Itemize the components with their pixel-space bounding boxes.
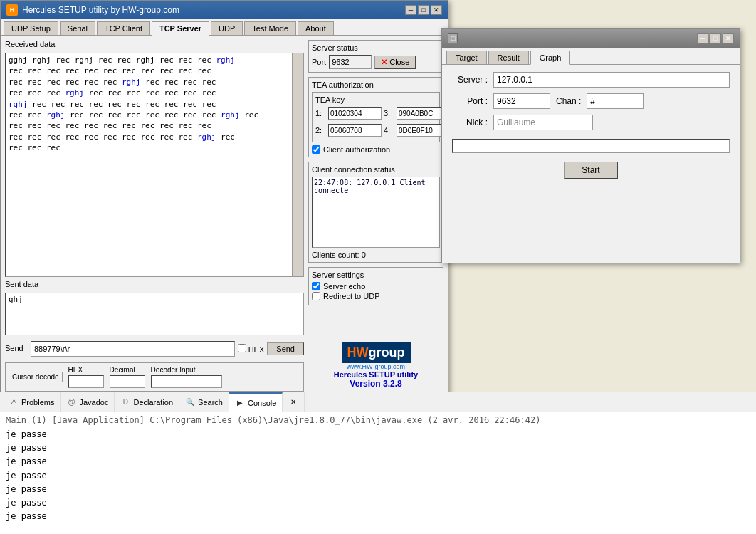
hercules-window: H Hercules SETUP utility by HW-group.com…: [0, 0, 448, 399]
decimal-label: Decimal: [110, 366, 145, 374]
tab-tcp-client[interactable]: TCP Client: [97, 21, 150, 35]
server-echo-checkbox[interactable]: [312, 282, 320, 290]
eclipse-tab-close[interactable]: ✕: [283, 392, 305, 412]
tab-tcp-server[interactable]: TCP Server: [152, 21, 209, 36]
server-status-legend: Server status: [312, 43, 440, 52]
eclipse-tab-search[interactable]: 🔍 Search: [179, 392, 229, 412]
search-label: Search: [198, 398, 223, 407]
close-label: Close: [389, 58, 409, 66]
tab-test-mode[interactable]: Test Mode: [244, 21, 296, 35]
irc-tab-result[interactable]: Result: [488, 51, 529, 64]
redirect-udp-label: Redirect to UDP: [323, 292, 379, 300]
irc-minimize-button[interactable]: ─: [697, 33, 708, 43]
client-auth-checkbox[interactable]: [312, 145, 320, 154]
conn-item-0: 22:47:08: 127.0.0.1 Client connecte: [314, 179, 438, 194]
irc-maximize-button[interactable]: □: [710, 33, 721, 43]
console-line-6: je passe: [6, 510, 750, 523]
server-settings-legend: Server settings: [312, 271, 440, 279]
send-input[interactable]: [31, 341, 235, 357]
progress-bar: [452, 139, 730, 153]
server-port-input[interactable]: [329, 55, 372, 69]
redirect-udp-checkbox[interactable]: [312, 292, 320, 300]
eclipse-tabs-bar: ⚠ Problems @ Javadoc D Declaration 🔍 Sea…: [0, 392, 756, 412]
nick-label: Nick :: [452, 117, 488, 127]
server-field-label: Server :: [452, 75, 488, 85]
irc-content: Server : Port : Chan : Nick : Start: [442, 65, 740, 186]
eclipse-tab-declaration[interactable]: D Declaration: [115, 392, 179, 412]
start-button[interactable]: Start: [564, 162, 617, 179]
console-line-5: je passe: [6, 496, 750, 510]
server-settings-box: Server settings Server echo Redirect to …: [308, 267, 443, 305]
hwgroup-website: www.HW-group.com: [311, 363, 441, 370]
port-field-label: Port :: [452, 96, 488, 106]
tea-authorization-box: TEA authorization TEA key 1: 3: 2: [308, 77, 443, 157]
send-button[interactable]: Send: [267, 342, 304, 355]
eclipse-tab-javadoc[interactable]: @ Javadoc: [61, 392, 115, 412]
close-server-button[interactable]: ✕ Close: [374, 56, 416, 69]
tea-key-2-num: 2:: [315, 126, 325, 135]
close-tab-icon: ✕: [288, 397, 298, 407]
tea-key-2-row: 2:: [315, 124, 382, 137]
eclipse-tab-console[interactable]: ▶ Console: [229, 392, 283, 412]
irc-close-button[interactable]: ✕: [723, 33, 734, 43]
sent-data-label: Sent data: [5, 280, 304, 288]
search-icon: 🔍: [185, 397, 195, 407]
received-data-scrollbar[interactable]: [292, 53, 303, 276]
tab-udp[interactable]: UDP: [211, 21, 243, 35]
sent-data-area[interactable]: ghj: [5, 293, 304, 335]
received-data-label: Received data: [5, 40, 304, 48]
tea-key-2-input[interactable]: [328, 124, 382, 137]
hercules-app-icon: H: [6, 4, 18, 16]
client-auth-label: Client authorization: [323, 145, 390, 154]
tab-serial[interactable]: Serial: [60, 21, 95, 35]
tea-key-box: TEA key 1: 3: 2:: [312, 92, 440, 142]
irc-tab-bar: Target Result Graph: [442, 48, 740, 65]
console-line-4: je passe: [6, 483, 750, 496]
hex-checkbox[interactable]: [238, 344, 246, 352]
received-data-text: gghj rghj rec rghj rec rec rghj rec rec …: [6, 53, 303, 155]
right-panel: Server status Port ✕ Close TEA authoriza…: [308, 40, 443, 392]
server-echo-label: Server echo: [323, 282, 365, 290]
hex-input[interactable]: [68, 375, 104, 388]
tab-about[interactable]: About: [298, 21, 334, 35]
port-field-input[interactable]: [493, 93, 550, 109]
server-field-input[interactable]: [493, 72, 730, 88]
tea-key-1-input[interactable]: [328, 107, 382, 120]
nick-row: Nick :: [452, 115, 730, 130]
console-line-0: je passe: [6, 428, 750, 441]
tab-udp-setup[interactable]: UDP Setup: [4, 21, 58, 35]
received-data-area[interactable]: gghj rghj rec rghj rec rec rghj rec rec …: [5, 53, 304, 277]
tea-legend: TEA authorization: [312, 80, 440, 89]
javadoc-icon: @: [66, 397, 76, 407]
server-port-row: Port ✕ Close: [312, 55, 440, 69]
decoder-input[interactable]: [151, 375, 222, 388]
decimal-input[interactable]: [110, 375, 145, 388]
port-chan-row: Port : Chan :: [452, 93, 730, 109]
irc-window: ☐ ─ □ ✕ Target Result Graph Server : Por…: [441, 28, 740, 263]
client-auth-row: Client authorization: [312, 145, 440, 154]
hwgroup-brand-box: HWgroup: [342, 342, 411, 363]
hex-checkbox-label: HEX: [238, 344, 265, 354]
irc-tab-target[interactable]: Target: [446, 51, 487, 64]
left-panel: Received data gghj rghj rec rghj rec rec…: [5, 40, 304, 392]
tea-key-legend: TEA key: [315, 95, 436, 104]
hwgroup-brand2: group: [369, 345, 405, 360]
irc-tab-graph[interactable]: Graph: [530, 51, 571, 65]
irc-app-icon: ☐: [448, 33, 458, 43]
declaration-label: Declaration: [133, 398, 173, 407]
decoder-input-group: Decoder Input: [151, 366, 222, 388]
eclipse-tab-problems[interactable]: ⚠ Problems: [3, 392, 61, 412]
hercules-main-content: Received data gghj rghj rec rghj rec rec…: [1, 36, 448, 396]
minimize-button[interactable]: ─: [405, 5, 416, 15]
nick-input[interactable]: [493, 115, 593, 130]
problems-icon: ⚠: [9, 397, 19, 407]
console-line-3: je passe: [6, 469, 750, 483]
chan-input[interactable]: [587, 93, 644, 109]
clients-count: Clients count: 0: [312, 251, 440, 259]
close-button[interactable]: ✕: [431, 5, 442, 15]
tea-key-1-num: 1:: [315, 109, 325, 117]
console-line-2: je passe: [6, 455, 750, 468]
console-label: Console: [248, 399, 276, 407]
connection-list: 22:47:08: 127.0.0.1 Client connecte: [312, 177, 440, 248]
maximize-button[interactable]: □: [418, 5, 429, 15]
